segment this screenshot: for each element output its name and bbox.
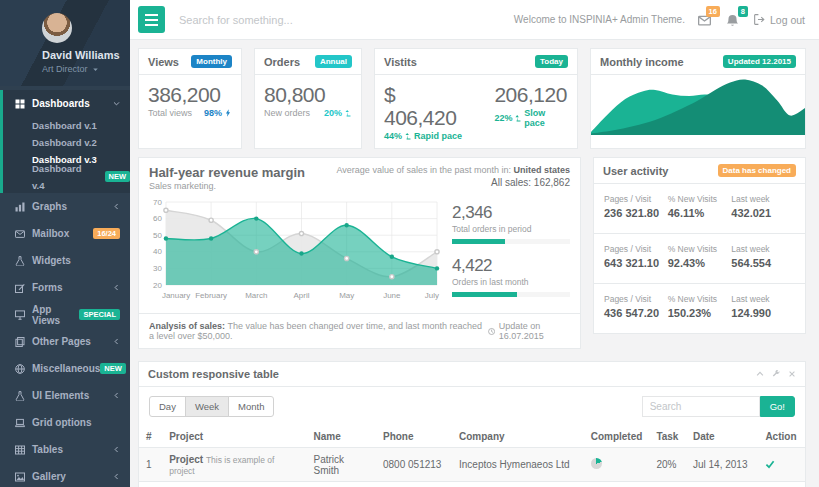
sidebar-item-miscellaneous[interactable]: MiscellaneousNEW (0, 355, 130, 382)
orders-label: New orders (264, 108, 310, 118)
edit-icon (15, 283, 25, 293)
range-button-day[interactable]: Day (149, 396, 186, 417)
topbar: Welcome to INSPINIA+ Admin Theme. 16 8 L… (130, 0, 819, 40)
chevron-left-icon (113, 284, 120, 291)
sidebar-item-label: Graphs (32, 201, 67, 212)
column-header-project: Project (162, 426, 306, 448)
flask-icon (15, 391, 25, 401)
avatar[interactable] (42, 13, 72, 43)
sidebar: David Williams Art Director DashboardsDa… (0, 0, 130, 487)
search-input[interactable] (179, 14, 409, 26)
sidebar-badge: SPECIAL (79, 309, 120, 321)
level-up-icon (344, 109, 352, 117)
sidebar-item-widgets[interactable]: Widgets (0, 247, 130, 274)
annual-badge: Annual (315, 55, 352, 68)
sidebar-item-other-pages[interactable]: Other Pages (0, 328, 130, 355)
check-icon[interactable] (765, 459, 775, 469)
visits-value-2: 206,120 (494, 83, 568, 106)
revenue-title: Half-year revenue margin (149, 165, 305, 180)
sidebar-item-dashboard-v-4[interactable]: Dashboard v.4NEW (3, 168, 130, 185)
user-activity-title: User activity (603, 165, 668, 177)
views-value: 386,200 (148, 83, 232, 106)
sidebar-item-tables[interactable]: Tables (0, 436, 130, 463)
logout-button[interactable]: Log out (754, 14, 805, 26)
column-header-company: Company (452, 426, 584, 448)
activity-column-label: % New Visits (668, 294, 732, 304)
close-icon[interactable] (788, 370, 796, 378)
analysis-text: Analysis of sales: The value has been ch… (149, 321, 488, 341)
user-name: David Williams (42, 49, 122, 61)
user-role-dropdown[interactable]: Art Director (42, 64, 122, 74)
sidebar-badge: NEW (100, 363, 126, 375)
bolt-icon (224, 109, 232, 117)
income-title: Monthly income (600, 56, 684, 68)
orders-period-progressbar (452, 239, 570, 244)
svg-text:June: June (383, 291, 401, 300)
sidebar-item-dashboard-v-2[interactable]: Dashboard v.2 (3, 134, 130, 151)
table-search-input[interactable] (642, 396, 760, 417)
sidebar-item-label: Tables (32, 444, 63, 455)
activity-value: 46.11% (668, 207, 732, 219)
column-header-action: Action (758, 426, 805, 448)
chevron-left-icon (113, 446, 120, 453)
activity-value: 150.23% (668, 307, 732, 319)
settings-icon[interactable] (772, 370, 780, 378)
envelope-icon (15, 229, 25, 239)
go-button[interactable]: Go! (760, 396, 795, 417)
messages-count-badge: 16 (706, 6, 720, 17)
update-text: Update on 16.07.2015 (488, 321, 570, 341)
range-button-week[interactable]: Week (185, 396, 229, 417)
collapse-icon[interactable] (756, 370, 764, 378)
svg-text:30: 30 (153, 264, 162, 273)
sidebar-item-dashboard-v-1[interactable]: Dashboard v.1 (3, 117, 130, 134)
alerts-count-badge: 8 (738, 6, 748, 17)
svg-text:70: 70 (153, 198, 162, 207)
desktop-icon (15, 310, 25, 320)
activity-column-label: Last week (731, 194, 795, 204)
sidebar-item-label: Miscellaneous (32, 363, 100, 374)
views-title: Views (148, 56, 179, 68)
level-up-icon (404, 132, 412, 140)
messages-icon[interactable]: 16 (698, 13, 713, 26)
laptop-icon (15, 418, 25, 428)
chevron-down-icon (113, 100, 120, 107)
sidebar-item-grid-options[interactable]: Grid options (0, 409, 130, 436)
sidebar-item-graphs[interactable]: Graphs (0, 193, 130, 220)
sidebar-item-app-views[interactable]: App ViewsSPECIAL (0, 301, 130, 328)
user-activity-row: Pages / Visit436 547.20% New Visits150.2… (594, 284, 805, 333)
revenue-subtitle: Sales marketing. (149, 181, 305, 191)
sidebar-item-dashboards[interactable]: Dashboards (3, 90, 130, 117)
completed-pie-icon (591, 458, 602, 469)
table-row[interactable]: 2Alpha projectAlice Jackson0500 780909Ne… (139, 482, 805, 487)
bar-chart-icon (15, 202, 25, 212)
sidebar-item-label: Widgets (32, 255, 71, 266)
table-row[interactable]: 1Project This is example of projectPatri… (139, 448, 805, 482)
sidebar-item-ui-elements[interactable]: UI Elements (0, 382, 130, 409)
svg-text:40: 40 (153, 248, 162, 257)
views-stat-box: Views Monthly 386,200 Total views 98% (138, 48, 242, 149)
column-header-phone: Phone (376, 426, 452, 448)
data-changed-badge: Data has changed (718, 164, 796, 177)
sidebar-section-dashboards: DashboardsDashboard v.1Dashboard v.2Dash… (0, 90, 130, 193)
visits-title: Vistits (384, 56, 417, 68)
activity-value: 432.021 (731, 207, 795, 219)
column-header-completed: Completed (584, 426, 650, 448)
sidebar-item-forms[interactable]: Forms (0, 274, 130, 301)
updated-badge: Updated 12.2015 (723, 55, 796, 68)
activity-column-label: % New Visits (668, 194, 732, 204)
activity-value: 92.43% (668, 257, 732, 269)
level-up-icon (514, 114, 522, 122)
activity-column-label: Last week (731, 294, 795, 304)
sidebar-item-mailbox[interactable]: Mailbox16/24 (0, 220, 130, 247)
sidebar-item-gallery[interactable]: Gallery (0, 463, 130, 487)
notifications-icon[interactable]: 8 (726, 13, 741, 26)
sidebar-badge: 16/24 (93, 228, 120, 240)
menu-toggle-button[interactable] (138, 6, 165, 33)
all-sales-text: All sales: 162,862 (337, 177, 570, 188)
sidebar-item-label: UI Elements (32, 390, 89, 401)
visits-stat-box: Vistits Today $ 406,420 44%Rapid pace 20… (374, 48, 578, 149)
chevron-left-icon (113, 392, 120, 399)
user-activity-row: Pages / Visit236 321.80% New Visits46.11… (594, 184, 805, 234)
range-button-month[interactable]: Month (228, 396, 274, 417)
today-badge: Today (535, 55, 568, 68)
